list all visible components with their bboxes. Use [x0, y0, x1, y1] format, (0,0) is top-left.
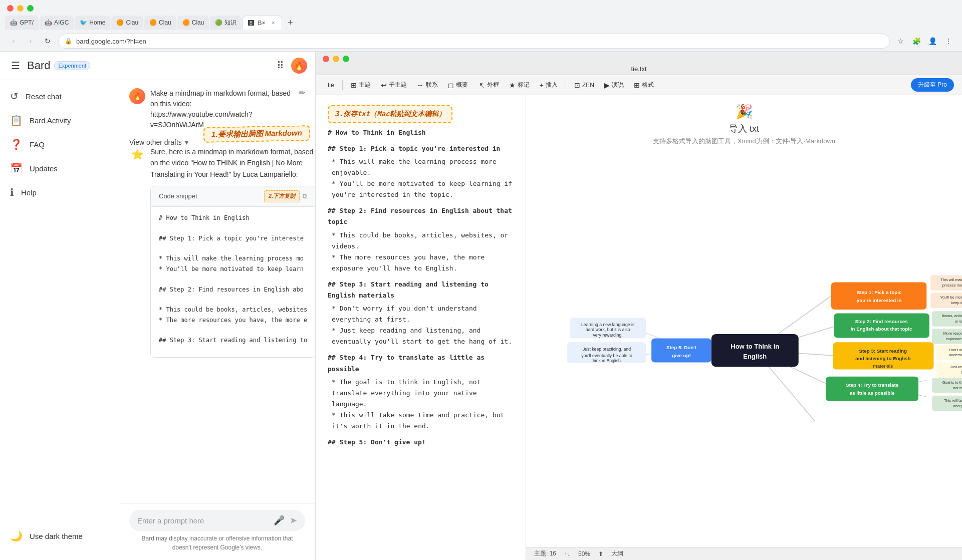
status-zoom: 50% [578, 550, 590, 557]
app-minimize-button[interactable] [333, 56, 339, 62]
import-title: 导入 txt [729, 123, 759, 135]
minimize-button[interactable] [17, 5, 24, 12]
tab-clau2[interactable]: 🟠 Clau [144, 16, 176, 30]
google-apps-icon[interactable]: ⠿ [277, 60, 284, 72]
tab-favicon-aigc: 🤖 [45, 19, 52, 26]
svg-text:as little as possible: as little as possible [850, 390, 895, 396]
tab-label-clau2: Clau [159, 19, 171, 26]
toolbar-btn-boundary[interactable]: ⭶ 外框 [474, 79, 503, 91]
new-tab-button[interactable]: + [283, 16, 297, 30]
toolbar-btn-relation[interactable]: ↔ 联系 [413, 79, 442, 91]
maximize-button[interactable] [27, 5, 34, 12]
boundary-icon: ⭶ [478, 81, 485, 89]
status-large[interactable]: 大纲 [611, 549, 623, 558]
toolbar-divider-1 [342, 80, 343, 90]
tab-aigc[interactable]: 🤖 AIGC [40, 16, 74, 30]
txt-title: # How to Think in English [328, 127, 514, 138]
center-node-text2: English [743, 353, 767, 360]
app-maximize-button[interactable] [343, 56, 349, 62]
toolbar-btn-subtopic[interactable]: ↩ 子主题 [377, 79, 411, 91]
microphone-icon[interactable]: 🎤 [274, 515, 285, 526]
toolbar-btn-zen[interactable]: ⊡ ZEN [570, 79, 598, 91]
back-button[interactable]: ‹ [7, 35, 20, 48]
code-line-9 [159, 295, 307, 305]
center-node [711, 334, 799, 367]
send-button-icon[interactable]: ➤ [290, 515, 297, 526]
faq-icon: ❓ [10, 138, 23, 150]
sidebar-item-updates[interactable]: 📅 Updates [0, 156, 119, 180]
svg-text:Step 3: Start reading: Step 3: Start reading [859, 348, 907, 354]
sidebar-label-updates: Updates [30, 164, 58, 173]
svg-text:and practice.: and practice. [953, 404, 962, 408]
copy-icon[interactable]: ⧉ [303, 191, 307, 202]
tab-gpt[interactable]: 🤖 GPT/ [5, 16, 39, 30]
tab-home[interactable]: 🐦 Home [75, 16, 110, 30]
txt-step1-bullet1: * This will make the learning process mo… [332, 156, 514, 178]
browser-toolbar: ☆ 🧩 👤 ⋮ [894, 35, 955, 48]
sidebar-item-bard-activity[interactable]: 📋 Bard Activity [0, 108, 119, 132]
text-editor[interactable]: 3.保存txt（Mac粘贴到文本编辑） # How to Think in En… [316, 95, 526, 560]
subtopic-label: 子主题 [389, 81, 407, 89]
txt-step2-bullet1: * This could be books, articles, website… [332, 230, 514, 252]
hamburger-menu-icon[interactable]: ☰ [8, 60, 23, 72]
forward-button[interactable]: › [24, 35, 37, 48]
svg-rect-29 [834, 314, 929, 338]
svg-text:Just keep reading and: Just keep reading and [950, 365, 962, 369]
app-close-button[interactable] [323, 56, 329, 62]
sidebar-item-reset-chat[interactable]: ↺ Reset chat [0, 84, 119, 108]
close-button[interactable] [7, 5, 14, 12]
sidebar-label-faq: FAQ [30, 140, 45, 149]
tab-close-icon[interactable]: × [270, 20, 277, 27]
tab-clau1[interactable]: 🟠 Clau [111, 16, 143, 30]
toolbar-btn-present[interactable]: ▶ 演说 [600, 79, 628, 91]
sidebar-item-faq[interactable]: ❓ FAQ [0, 132, 119, 156]
bard-activity-icon: 📋 [10, 114, 23, 126]
chat-input-area: 🎤 ➤ Bard may display inaccurate or offen… [119, 503, 315, 560]
app-statusbar: 主题: 16 ↑↓ 50% ⬆ 大纲 [526, 547, 962, 560]
tab-label-clau3: Clau [192, 19, 204, 26]
tab-label-gpt: GPT/ [20, 19, 34, 26]
edit-message-icon[interactable]: ✏ [299, 88, 305, 98]
topic-label: 主题 [359, 81, 371, 89]
svg-text:you'll eventually be able to: you'll eventually be able to [581, 353, 632, 358]
tab-clau3[interactable]: 🟠 Clau [177, 16, 209, 30]
toolbar-btn-marker[interactable]: ★ 标记 [505, 79, 534, 91]
tab-favicon-clau1: 🟠 [116, 19, 123, 26]
toolbar-btn-format[interactable]: ⊞ 格式 [630, 79, 658, 91]
svg-text:you're interested in: you're interested in [857, 298, 902, 303]
sidebar-item-help[interactable]: ℹ Help [0, 180, 119, 204]
prompt-input[interactable] [137, 516, 269, 525]
tab-favicon-bard: 🅱 [248, 20, 255, 27]
menu-icon[interactable]: ⋮ [942, 35, 955, 48]
dark-theme-icon: 🌙 [10, 530, 23, 542]
message-content: Make a mindmap in markdown format, based… [150, 88, 294, 130]
profile-icon[interactable]: 👤 [926, 35, 939, 48]
bard-logo: Bard [27, 59, 50, 72]
url-input[interactable]: 🔒 bard.google.com/?hl=en [58, 34, 890, 49]
reload-button[interactable]: ↻ [41, 35, 54, 48]
toolbar-btn-summary[interactable]: ◻ 概要 [444, 79, 472, 91]
txt-step3-header: ## Step 3: Start reading and listening t… [328, 279, 514, 301]
txt-step2-bullet2: * The more resources you have, the more … [332, 252, 514, 274]
txt-step5-header: ## Step 5: Don't give up! [328, 437, 514, 448]
sidebar-item-dark-theme[interactable]: 🌙 Use dark theme [0, 524, 119, 548]
upgrade-button[interactable]: 升级至 Pro [911, 78, 954, 92]
summary-icon: ◻ [448, 81, 454, 89]
code-line-8: ## Step 2: Find resources in English abo [159, 285, 307, 295]
status-upload[interactable]: ⬆ [598, 550, 603, 557]
response-intro-text: Sure, here is a mindmap in markdown form… [150, 146, 315, 180]
toolbar-btn-insert[interactable]: + 插入 [536, 79, 562, 91]
toolbar-tab-tie[interactable]: tie [324, 80, 338, 91]
bookmark-icon[interactable]: ☆ [894, 35, 907, 48]
format-icon: ⊞ [634, 81, 640, 89]
bard-header-right: ⠿ 🔥 [277, 58, 307, 74]
tab-bard[interactable]: 🅱 B× × [243, 16, 282, 30]
topic-icon: ⊞ [351, 81, 357, 89]
toolbar-btn-topic[interactable]: ⊞ 主题 [347, 79, 375, 91]
code-line-13: ## Step 3: Start reading and listening t… [159, 335, 307, 345]
prompt-input-box[interactable]: 🎤 ➤ [129, 510, 305, 531]
extensions-icon[interactable]: 🧩 [910, 35, 923, 48]
tab-label-bard: B× [258, 20, 265, 27]
tab-zhishi[interactable]: 🟢 知识 [210, 16, 242, 30]
code-line-12 [159, 325, 307, 335]
